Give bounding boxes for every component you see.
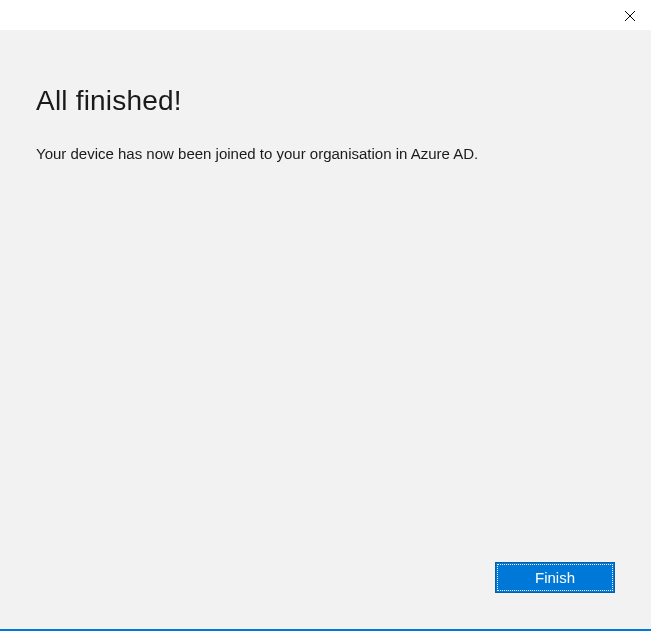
page-title: All finished! [36,85,615,117]
finish-button[interactable]: Finish [495,562,615,593]
page-description: Your device has now been joined to your … [36,145,615,162]
button-row: Finish [495,562,615,593]
dialog-content: All finished! Your device has now been j… [0,30,651,631]
close-button[interactable] [615,2,645,30]
close-icon [625,7,635,25]
titlebar [0,0,651,30]
